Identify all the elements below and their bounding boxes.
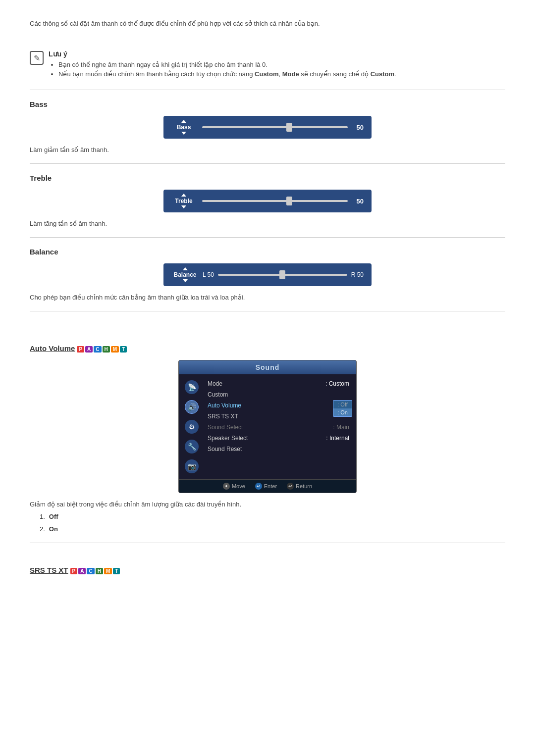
srs-badge-m: M	[104, 568, 112, 574]
tv-menu-row-soundreset: Sound Reset	[205, 444, 352, 454]
menu-key-speakerselect: Speaker Select	[208, 435, 248, 442]
option-off: 1.Off	[40, 513, 505, 520]
menu-key-autovolume: Auto Volume	[208, 402, 241, 409]
treble-arrow-down	[181, 205, 186, 208]
tv-menu: Sound 📡 🔊 ⚙ 🔧 📷 Mode : Custom Custom	[178, 360, 357, 493]
srs-badges: PACHMT	[70, 568, 120, 574]
menu-val-soundselect: : Main	[333, 424, 349, 431]
option-off-num: 1.	[40, 513, 45, 520]
tv-menu-row-soundselect: Sound Select : Main	[205, 422, 352, 433]
tv-menu-footer: ✦ Move ↵ Enter ↩ Return	[179, 479, 356, 493]
treble-label-text: Treble	[175, 198, 192, 204]
tv-menu-items: Mode : Custom Custom Auto Volume : Off :…	[205, 378, 352, 475]
tv-menu-icons: 📡 🔊 ⚙ 🔧 📷	[183, 378, 201, 475]
note-item-1: Bạn có thể nghe âm thanh ngay cả khi giá…	[58, 61, 396, 68]
bass-label-text: Bass	[177, 124, 191, 131]
option-on-label: On	[49, 525, 58, 533]
note-content: Lưu ý Bạn có thể nghe âm thanh ngay cả k…	[49, 50, 396, 80]
menu-key-srs: SRS TS XT	[208, 413, 238, 420]
treble-slider-container: Treble 50	[30, 190, 505, 212]
bass-value: 50	[354, 124, 364, 131]
treble-desc: Làm tăng tần số âm thanh.	[30, 220, 505, 227]
balance-right-value: R 50	[351, 271, 364, 278]
option-on-num: 2.	[40, 525, 45, 533]
bass-arrow-up	[181, 120, 186, 123]
menu-val-mode: : Custom	[325, 380, 349, 387]
tv-menu-header: Sound	[179, 360, 356, 374]
treble-slider-widget[interactable]: Treble 50	[163, 190, 372, 212]
badge-p: P	[77, 346, 84, 353]
treble-value: 50	[354, 198, 364, 205]
return-icon: ↩	[287, 483, 294, 490]
note-icon: ✎	[30, 51, 44, 65]
badge-m: M	[111, 346, 119, 353]
auto-volume-title: Auto VolumePACHMT	[30, 344, 505, 353]
balance-left-value: L 50	[203, 271, 214, 278]
divider-5	[30, 543, 505, 543]
auto-volume-options-list: 1.Off 2.On	[30, 513, 505, 533]
srs-badge-t: T	[113, 568, 120, 574]
auto-volume-title-text: Auto Volume	[30, 344, 75, 353]
note-box: ✎ Lưu ý Bạn có thể nghe âm thanh ngay cả…	[30, 50, 505, 80]
badge-t: T	[120, 346, 127, 353]
bass-desc: Làm giảm tần số âm thanh.	[30, 146, 505, 153]
divider-4	[30, 311, 505, 311]
treble-label-col: Treble	[171, 194, 196, 208]
treble-arrow-up	[181, 194, 186, 197]
srs-section: SRS TS XTPACHMT	[30, 566, 505, 574]
bass-track	[202, 126, 348, 128]
tv-menu-row-speakerselect: Speaker Select : Internal	[205, 433, 352, 444]
balance-label-text: Balance	[173, 271, 196, 278]
menu-val-speakerselect: : Internal	[326, 435, 349, 442]
bass-label-col: Bass	[171, 120, 196, 135]
divider-2	[30, 163, 505, 164]
menu-key-soundselect: Sound Select	[208, 424, 243, 431]
tv-menu-icon-5: 📷	[185, 459, 199, 473]
treble-title: Treble	[30, 174, 505, 182]
divider-3	[30, 237, 505, 238]
balance-section: Balance Balance L 50 R 50 Cho phép bạn đ…	[30, 248, 505, 301]
bass-slider-widget[interactable]: Bass 50	[163, 116, 372, 139]
footer-enter-label: Enter	[264, 483, 277, 489]
srs-title-text: SRS TS XT	[30, 566, 68, 574]
bass-thumb	[286, 123, 292, 132]
footer-enter: ↵ Enter	[255, 483, 277, 490]
note-title: Lưu ý	[49, 50, 396, 58]
balance-track	[218, 274, 347, 276]
balance-widget[interactable]: Balance L 50 R 50	[163, 263, 372, 286]
dropdown-item-on: : On	[333, 408, 352, 416]
menu-key-mode: Mode	[208, 380, 222, 387]
menu-key-custom: Custom	[208, 391, 228, 398]
footer-move-label: Move	[232, 483, 245, 489]
dropdown-item-off: : Off	[333, 401, 352, 408]
tv-menu-icon-2: 🔊	[185, 400, 199, 414]
balance-title: Balance	[30, 248, 505, 256]
badge-c: C	[94, 346, 101, 353]
treble-track	[202, 200, 348, 202]
balance-desc: Cho phép bạn điều chỉnh mức cân bằng âm …	[30, 294, 505, 301]
balance-slider-container: Balance L 50 R 50	[30, 263, 505, 286]
srs-badge-p: P	[70, 568, 78, 574]
note-item-2: Nếu bạn muốn điều chỉnh âm thanh bằng cá…	[58, 70, 396, 78]
bass-title: Bass	[30, 100, 505, 108]
tv-menu-row-autovolume: Auto Volume : Off : On	[205, 400, 352, 411]
note-list: Bạn có thể nghe âm thanh ngay cả khi giá…	[49, 61, 396, 78]
enter-icon: ↵	[255, 483, 262, 490]
tv-menu-row-srs: SRS TS XT	[205, 411, 352, 422]
option-off-label: Off	[49, 513, 58, 520]
auto-volume-desc: Giảm độ sai biệt trong việc điều chỉnh â…	[30, 501, 505, 508]
tv-menu-icon-4: 🔧	[185, 440, 199, 454]
footer-move: ✦ Move	[223, 483, 245, 490]
intro-text: Các thông số cài đặt âm thanh có thể đượ…	[30, 20, 505, 27]
move-icon: ✦	[223, 483, 230, 490]
tv-menu-dropdown: : Off : On	[333, 400, 352, 417]
footer-return-label: Return	[296, 483, 312, 489]
auto-volume-section: Auto VolumePACHMT Sound 📡 🔊 ⚙ 🔧 📷 Mode :…	[30, 344, 505, 533]
divider-1	[30, 90, 505, 90]
balance-arrow-down	[183, 279, 188, 282]
badge-h: H	[103, 346, 110, 353]
tv-menu-icon-3: ⚙	[185, 420, 199, 434]
bass-slider-container: Bass 50	[30, 116, 505, 139]
srs-title: SRS TS XTPACHMT	[30, 566, 505, 574]
auto-volume-badges: PACHMT	[77, 346, 127, 353]
